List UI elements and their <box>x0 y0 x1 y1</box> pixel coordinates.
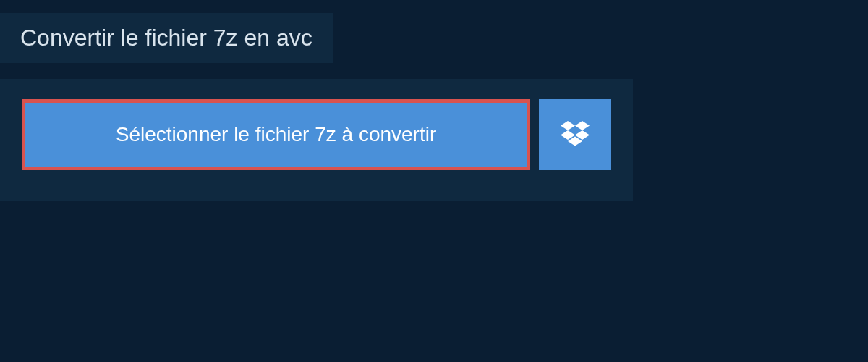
select-file-label: Sélectionner le fichier 7z à convertir <box>116 123 437 146</box>
header-bar: Convertir le fichier 7z en avc <box>0 13 333 63</box>
page-title: Convertir le fichier 7z en avc <box>20 25 312 51</box>
dropbox-button[interactable] <box>539 99 611 170</box>
upload-panel: Sélectionner le fichier 7z à convertir <box>0 79 633 201</box>
select-file-button[interactable]: Sélectionner le fichier 7z à convertir <box>22 99 530 170</box>
dropbox-icon <box>561 121 590 148</box>
button-row: Sélectionner le fichier 7z à convertir <box>22 99 611 170</box>
